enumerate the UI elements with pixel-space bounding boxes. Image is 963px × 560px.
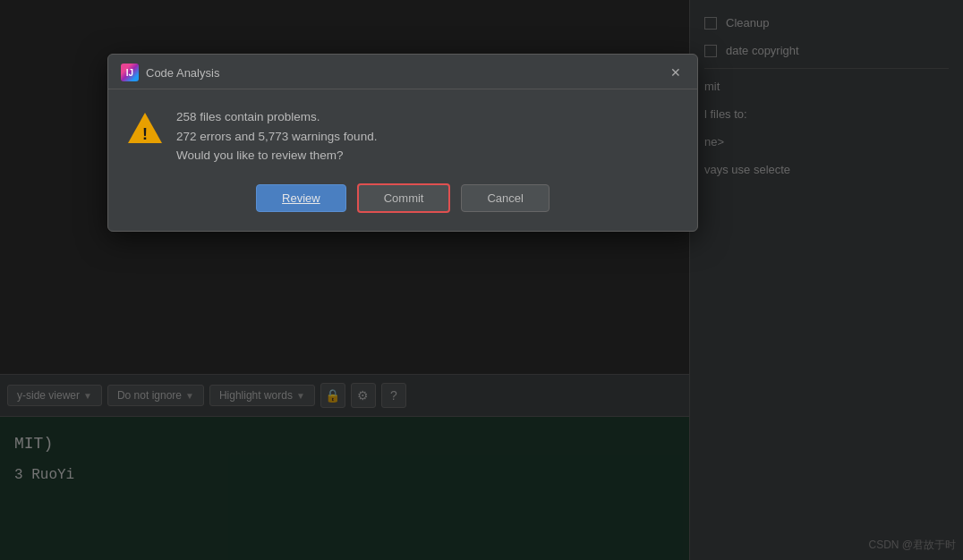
dialog-title-left: IJ Code Analysis [121,64,219,81]
warning-icon: ! [126,109,162,145]
message-line-3: Would you like to review them? [176,146,377,165]
app-icon: IJ [121,64,139,81]
dialog-titlebar: IJ Code Analysis ✕ [108,55,697,89]
cancel-button[interactable]: Cancel [461,184,549,212]
dialog-close-button[interactable]: ✕ [667,64,685,81]
review-button[interactable]: Review [256,184,346,212]
dialog-buttons: Review Commit Cancel [108,180,697,231]
commit-button[interactable]: Commit [357,183,451,213]
svg-text:!: ! [142,125,148,143]
dialog-message: 258 files contain problems. 272 errors a… [176,107,377,165]
message-line-1: 258 files contain problems. [176,107,377,127]
code-analysis-dialog: IJ Code Analysis ✕ ! 258 files contain p… [107,54,698,232]
dialog-title: Code Analysis [146,66,219,80]
dialog-body: ! 258 files contain problems. 272 errors… [108,89,697,180]
message-line-2: 272 errors and 5,773 warnings found. [176,127,377,147]
